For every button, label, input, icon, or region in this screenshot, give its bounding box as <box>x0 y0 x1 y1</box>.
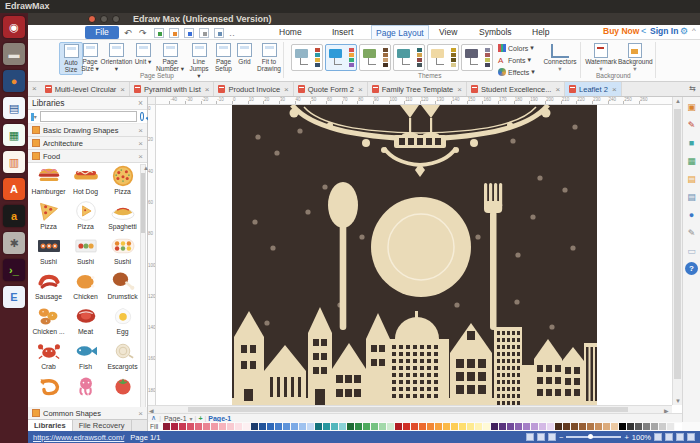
menu-tab-view[interactable]: View <box>435 25 461 39</box>
fill-swatch-33[interactable] <box>427 423 434 430</box>
layers-icon[interactable]: ▤ <box>685 172 698 185</box>
connectors-button[interactable]: Connectors▾ <box>542 44 578 73</box>
fill-swatch-54[interactable] <box>595 423 602 430</box>
fill-swatch-9[interactable] <box>235 423 242 430</box>
fill-swatch-5[interactable] <box>203 423 210 430</box>
document-tab-quote-form-2[interactable]: Quote Form 2× <box>294 82 368 96</box>
fill-swatch-11[interactable] <box>251 423 258 430</box>
fill-swatch-12[interactable] <box>259 423 266 430</box>
fill-swatch-19[interactable] <box>315 423 322 430</box>
fill-swatch-41[interactable] <box>491 423 498 430</box>
new-document-icon[interactable] <box>154 27 164 38</box>
document-tab-leaflet-2[interactable]: Leaflet 2× <box>565 82 621 96</box>
amazon-icon[interactable]: a <box>3 205 25 227</box>
fill-swatch-45[interactable] <box>523 423 530 430</box>
tab-scroll-arrows-icon[interactable]: ⇆ <box>685 82 700 96</box>
theme-thumbnail-1[interactable] <box>291 44 323 71</box>
menu-tab-home[interactable]: Home <box>275 25 306 39</box>
fit-width-icon[interactable] <box>665 433 673 441</box>
pan-icon[interactable] <box>687 433 695 441</box>
fill-swatch-21[interactable] <box>331 423 338 430</box>
window-titlebar[interactable]: Edraw Max (Unlicensed Version) <box>28 13 700 25</box>
fill-swatch-3[interactable] <box>187 423 194 430</box>
fill-swatch-61[interactable] <box>651 423 658 430</box>
fit-to-drawing-button[interactable]: Fit to Drawing <box>252 42 286 73</box>
fill-swatch-39[interactable] <box>475 423 482 430</box>
line-jumps-button[interactable]: Line Jumps ▾ <box>186 42 212 81</box>
open-file-icon[interactable] <box>169 27 179 38</box>
active-page-label[interactable]: Page-1 <box>208 415 231 422</box>
edrawsoft-link[interactable]: https://www.edrawsoft.com/ <box>33 433 124 442</box>
library-shape-egg[interactable]: Egg <box>104 305 141 335</box>
fill-swatch-43[interactable] <box>507 423 514 430</box>
fill-swatch-20[interactable] <box>323 423 330 430</box>
comment-icon[interactable]: ▭ <box>685 244 698 257</box>
edit-icon[interactable]: ✎ <box>685 226 698 239</box>
hyperlink-icon[interactable]: ● <box>685 208 698 221</box>
menu-tab-symbols[interactable]: Symbols <box>475 25 516 39</box>
close-library-icon[interactable]: × <box>138 126 143 135</box>
theme-thumbnail-3[interactable] <box>359 44 391 71</box>
libreoffice-calc-icon[interactable]: ▦ <box>3 124 25 146</box>
close-libraries-icon[interactable]: × <box>138 97 143 110</box>
collapse-pages-icon[interactable]: ∧ <box>151 414 156 422</box>
library-scrollbar[interactable]: ▲▼ <box>140 164 146 440</box>
fill-swatch-6[interactable] <box>211 423 218 430</box>
fill-swatch-2[interactable] <box>179 423 186 430</box>
library-shape-escargots[interactable]: Escargots <box>104 340 141 370</box>
format-pen-icon[interactable]: ✎ <box>685 118 698 131</box>
fill-swatch-49[interactable] <box>555 423 562 430</box>
sign-in-link[interactable]: Sign In <box>650 26 678 36</box>
fill-swatch-1[interactable] <box>171 423 178 430</box>
view-normal-icon[interactable] <box>526 433 534 441</box>
terminal-icon[interactable]: ›_ <box>3 259 25 281</box>
fill-swatch-7[interactable] <box>219 423 226 430</box>
fill-swatch-4[interactable] <box>195 423 202 430</box>
fill-swatch-28[interactable] <box>387 423 394 430</box>
theme-thumbnail-5[interactable] <box>427 44 459 71</box>
fill-swatch-27[interactable] <box>379 423 386 430</box>
edraw-blue-icon[interactable]: E <box>3 286 25 308</box>
fill-color-icon[interactable]: ■ <box>685 136 698 149</box>
minimize-window-icon[interactable] <box>100 15 108 23</box>
zoom-out-icon[interactable]: − <box>559 433 563 442</box>
page-number-button[interactable]: Page Number ▾ <box>152 42 188 74</box>
help-icon[interactable]: ? <box>685 262 698 275</box>
document-tab-multi-level-circular[interactable]: Multi-level Circular× <box>41 82 130 96</box>
settings-gear-icon[interactable]: ⚙ <box>680 26 688 36</box>
theme-thumbnail-2[interactable] <box>325 44 357 71</box>
library-shape-pizza[interactable]: Pizza <box>67 200 104 230</box>
library-shape-fish[interactable]: Fish <box>67 340 104 370</box>
library-menu-caret[interactable]: ▾ <box>34 113 37 120</box>
fill-swatch-24[interactable] <box>355 423 362 430</box>
close-library-icon[interactable]: × <box>138 152 143 161</box>
fill-swatch-46[interactable] <box>531 423 538 430</box>
leaflet-artwork[interactable] <box>232 105 597 405</box>
fill-swatch-42[interactable] <box>499 423 506 430</box>
clipart-icon[interactable]: ▣ <box>685 100 698 113</box>
fill-swatch-63[interactable] <box>667 423 674 430</box>
fill-swatch-14[interactable] <box>275 423 282 430</box>
horizontal-scrollbar[interactable]: ◀▶ <box>148 405 672 413</box>
page-menu-caret[interactable]: ▾ <box>190 415 193 422</box>
close-tab-icon[interactable]: × <box>284 85 289 94</box>
fill-swatch-31[interactable] <box>411 423 418 430</box>
notes-icon[interactable]: ▤ <box>685 190 698 203</box>
library-shape-sushi[interactable]: Sushi <box>67 235 104 265</box>
close-window-icon[interactable] <box>88 15 96 23</box>
library-shape-chicken[interactable]: Chicken <box>67 270 104 300</box>
fill-swatch-13[interactable] <box>267 423 274 430</box>
fill-swatch-64[interactable] <box>675 423 682 430</box>
orientation-button[interactable]: Orientation ▾ <box>99 42 134 74</box>
buy-now-link[interactable]: Buy Now <box>603 26 639 36</box>
fill-swatch-23[interactable] <box>347 423 354 430</box>
close-tab-icon[interactable]: × <box>358 85 363 94</box>
view-presentation-icon[interactable] <box>548 433 556 441</box>
theme-thumbnail-4[interactable] <box>393 44 425 71</box>
watermark-button[interactable]: Watermark▾ <box>585 43 617 73</box>
zoom-in-icon[interactable]: + <box>624 433 628 442</box>
page-size-button[interactable]: Page Size ▾ <box>79 42 101 74</box>
fill-swatch-40[interactable] <box>483 423 490 430</box>
file-menu-button[interactable]: File <box>85 26 119 39</box>
unit-button[interactable]: Unit ▾ <box>132 42 154 67</box>
